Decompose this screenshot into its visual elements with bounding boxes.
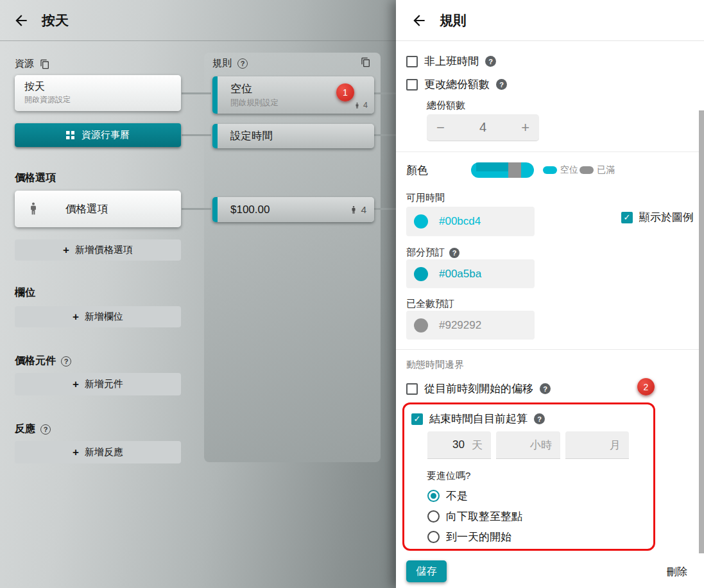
page-title: 按天 — [42, 12, 69, 30]
end-from-now-row: ✓ 結束時間自目前起算 ? — [411, 411, 545, 426]
resources-section-label: 資源 — [15, 58, 50, 70]
color-swatch — [414, 214, 428, 229]
add-field-button[interactable]: + 新增欄位 — [15, 306, 181, 327]
quota-label: 總份額數 — [427, 99, 465, 112]
copy-icon[interactable] — [361, 57, 371, 67]
change-quota-checkbox[interactable] — [406, 79, 418, 91]
divider — [396, 349, 699, 350]
person-icon — [354, 102, 361, 109]
help-icon[interactable]: ? — [496, 79, 507, 90]
help-icon[interactable]: ? — [237, 58, 248, 69]
rule-card-title: 設定時間 — [230, 129, 273, 143]
rule-settings-panel: 規則 非上班時間 ? 更改總份額數 ? 總份額數 − 4 + 顏色 空位 — [396, 0, 704, 588]
save-button[interactable]: 儲存 — [406, 560, 447, 582]
add-price-option-button[interactable]: + 新增價格選項 — [15, 239, 181, 261]
resource-card[interactable]: 按天 開啟資源設定 — [15, 75, 181, 111]
color-label: 顏色 — [406, 163, 428, 178]
capacity-indicator: 4 — [354, 101, 368, 110]
rule-card-slot[interactable]: 空位 開啟規則設定 1 4 — [212, 76, 374, 114]
connector-line — [182, 134, 211, 136]
quota-value: 4 — [479, 120, 486, 135]
help-icon[interactable]: ? — [540, 383, 551, 394]
price-components-heading: 價格元件 ? — [15, 354, 71, 368]
partial-label-row: 部分預訂 ? — [406, 246, 459, 259]
resource-card-subtitle: 開啟資源設定 — [24, 94, 71, 105]
radio-row-no: 不是 — [427, 489, 468, 503]
plus-icon: + — [73, 378, 79, 391]
color-swatch — [414, 267, 428, 281]
full-color-input[interactable]: #929292 — [406, 311, 535, 340]
left-header: 按天 — [0, 0, 396, 41]
back-icon[interactable] — [411, 12, 427, 29]
months-input[interactable]: 月 — [565, 431, 629, 459]
resource-editor-panel: 按天 資源 按天 開啟資源設定 資源行事曆 價格選項 — [0, 0, 396, 588]
person-icon — [349, 205, 358, 214]
quota-stepper: − 4 + — [427, 114, 539, 141]
plus-icon: + — [73, 446, 79, 459]
person-icon — [26, 202, 40, 216]
color-value: #00bcd4 — [439, 215, 481, 228]
rule-card-time[interactable]: 設定時間 — [212, 124, 374, 148]
hours-input[interactable]: 小時 — [496, 431, 560, 459]
help-icon[interactable]: ? — [534, 413, 545, 424]
capacity-indicator: 4 — [349, 204, 366, 216]
screen: 按天 資源 按天 開啟資源設定 資源行事曆 價格選項 — [0, 0, 704, 588]
radio-round-hour[interactable] — [427, 510, 440, 523]
legend-full: 已滿 — [580, 164, 615, 176]
color-value: #929292 — [439, 319, 481, 332]
plus-icon[interactable]: + — [521, 121, 529, 135]
rule-panel-title: 規則 — [440, 12, 467, 30]
available-time-label: 可用時間 — [406, 192, 445, 204]
scrollbar-thumb[interactable] — [699, 110, 704, 553]
change-quota-row: 更改總份額數 ? — [406, 77, 507, 92]
price-option-card[interactable]: 價格選項 — [15, 191, 181, 227]
off-hours-checkbox[interactable] — [406, 56, 418, 67]
rules-board — [204, 53, 381, 462]
resource-calendar-button[interactable]: 資源行事曆 — [15, 123, 181, 147]
connector-line — [374, 208, 396, 210]
copy-icon[interactable] — [40, 59, 50, 69]
delete-button[interactable]: 刪除 — [667, 566, 687, 579]
notification-badge: 1 — [336, 83, 354, 101]
connector-line — [182, 208, 211, 210]
days-input[interactable]: 30 天 — [427, 431, 491, 459]
plus-icon: + — [73, 311, 79, 324]
offset-from-now-row: 從目前時刻開始的偏移 ? — [406, 381, 551, 396]
notification-badge: 2 — [637, 378, 655, 395]
partial-color-segment — [476, 162, 508, 171]
minus-icon[interactable]: − — [436, 121, 445, 135]
offset-from-now-checkbox[interactable] — [406, 383, 418, 395]
help-icon[interactable]: ? — [61, 356, 71, 367]
radio-day-start[interactable] — [427, 531, 440, 543]
connector-line — [374, 134, 396, 136]
help-icon[interactable]: ? — [485, 56, 496, 67]
partial-color-input[interactable]: #00a5ba — [406, 259, 535, 288]
color-preview-pill — [471, 162, 534, 178]
fields-heading: 欄位 — [15, 286, 35, 300]
legend-available-swatch — [543, 166, 557, 174]
off-hours-row: 非上班時間 ? — [406, 54, 496, 69]
add-component-button[interactable]: + 新增元件 — [15, 373, 181, 395]
help-icon[interactable]: ? — [40, 424, 51, 435]
rule-panel-header: 規則 — [396, 0, 704, 41]
full-color-segment — [508, 162, 522, 178]
color-swatch — [414, 318, 428, 333]
full-label: 已全數預訂 — [406, 298, 454, 310]
rule-card-price[interactable]: $100.00 4 — [212, 197, 374, 222]
reactions-heading: 反應 ? — [15, 422, 51, 436]
round-question-label: 要進位嗎? — [427, 470, 470, 482]
add-reaction-button[interactable]: + 新增反應 — [15, 441, 181, 463]
dynamic-bounds-section-label: 動態時間邊界 — [406, 359, 464, 371]
radio-no[interactable] — [427, 490, 440, 502]
color-value: #00a5ba — [439, 268, 481, 281]
radio-row-day-start: 到一天的開始 — [427, 530, 511, 544]
legend-full-swatch — [580, 166, 594, 174]
show-legend-checkbox[interactable]: ✓ — [621, 212, 633, 223]
help-icon[interactable]: ? — [449, 248, 459, 258]
end-from-now-checkbox[interactable]: ✓ — [411, 413, 423, 425]
radio-row-round-hour: 向下取整至整點 — [427, 509, 522, 524]
back-icon[interactable] — [13, 12, 30, 29]
available-time-color-input[interactable]: #00bcd4 — [406, 207, 535, 236]
resource-card-title: 按天 — [24, 80, 45, 94]
rules-board-label: 規則 ? — [212, 57, 248, 69]
